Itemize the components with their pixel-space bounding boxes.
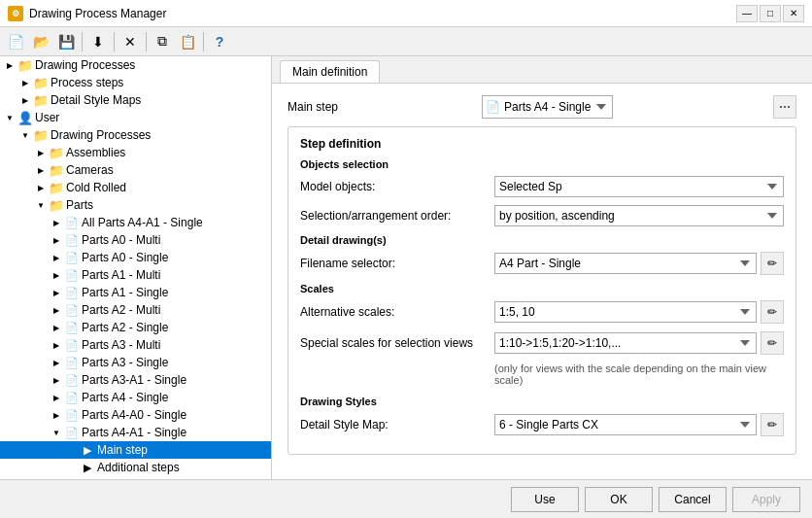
alternative-scales-control: 1:5, 10 ✏ — [494, 300, 784, 324]
ok-button[interactable]: OK — [585, 487, 653, 512]
expander-parts-a4-a1-single[interactable]: ▼ — [49, 425, 64, 440]
tree-item-parts-a2-single[interactable]: ▶ 📄 Parts A2 - Single — [0, 319, 271, 336]
main-step-browse-button[interactable]: ⋯ — [773, 95, 796, 119]
folder-icon: 📁 — [33, 127, 49, 143]
expander-parts-a3-multi[interactable]: ▶ — [49, 337, 64, 353]
tree-item-parts-a3-single[interactable]: ▶ 📄 Parts A3 - Single — [0, 354, 271, 371]
main-step-select-container: 📄 Parts A4 - Single — [482, 95, 769, 119]
expander-cameras[interactable]: ▶ — [33, 162, 49, 178]
app-icon: ⚙ — [8, 6, 23, 21]
tree-item-assemblies[interactable]: ▶ 📁 Assemblies — [0, 144, 271, 161]
model-objects-select[interactable]: Selected Sp — [494, 176, 784, 197]
use-button[interactable]: Use — [511, 487, 579, 512]
expander-parts-a4-a0-single[interactable]: ▶ — [49, 407, 64, 423]
filename-selector-label: Filename selector: — [300, 257, 494, 270]
cancel-button[interactable]: Cancel — [659, 487, 727, 512]
expander-parts-a1-multi[interactable]: ▶ — [49, 267, 64, 283]
tree-item-parts[interactable]: ▼ 📁 Parts — [0, 196, 271, 214]
drawing-styles-title: Drawing Styles — [300, 396, 784, 407]
tree-item-parts-a2-multi[interactable]: ▶ 📄 Parts A2 - Multi — [0, 301, 271, 319]
delete-button[interactable]: ✕ — [118, 30, 142, 53]
main-step-select-wrap: 📄 Parts A4 - Single ⋯ — [482, 95, 796, 119]
tree-item-parts-a0-single[interactable]: ▶ 📄 Parts A0 - Single — [0, 249, 271, 266]
filename-selector-row: Filename selector: A4 Part - Single ✏ — [300, 252, 784, 275]
tree-item-wraps[interactable]: ▶ 📁 Wraps — [0, 476, 271, 479]
tree-item-detail-style-maps-1[interactable]: ▶ 📁 Detail Style Maps — [0, 91, 271, 109]
expander-user[interactable]: ▼ — [2, 110, 17, 125]
tree-item-parts-a1-single[interactable]: ▶ 📄 Parts A1 - Single — [0, 284, 271, 301]
new-button[interactable]: 📄 — [4, 30, 27, 53]
main-step-select[interactable]: Parts A4 - Single — [482, 95, 613, 119]
import-button[interactable]: ⬇ — [86, 30, 110, 53]
tab-main-definition[interactable]: Main definition — [280, 60, 380, 83]
expander-drawing-processes-1[interactable]: ▶ — [2, 57, 17, 73]
close-button[interactable]: ✕ — [783, 5, 804, 22]
expander-parts-a0-multi[interactable]: ▶ — [49, 232, 64, 248]
tree-item-cameras[interactable]: ▶ 📁 Cameras — [0, 161, 271, 179]
tree-item-parts-a4-a1-single[interactable]: ▼ 📄 Parts A4-A1 - Single — [0, 424, 271, 441]
tree-item-drawing-processes-1[interactable]: ▶ 📁 Drawing Processes — [0, 56, 271, 74]
expander-parts[interactable]: ▼ — [33, 197, 49, 213]
special-scales-select[interactable]: 1:10->1:5,1:20->1:10,... — [494, 332, 757, 354]
copy-button[interactable]: ⧉ — [151, 30, 174, 53]
tree-item-parts-a4-single[interactable]: ▶ 📄 Parts A4 - Single — [0, 389, 271, 406]
expander-wraps[interactable]: ▶ — [33, 477, 49, 479]
folder-icon: 📁 — [49, 477, 64, 479]
expander-parts-a0-single[interactable]: ▶ — [49, 250, 64, 265]
alternative-scales-edit-button[interactable]: ✏ — [761, 300, 784, 324]
expander-detail-style-maps-1[interactable]: ▶ — [17, 92, 33, 108]
expander-all-parts[interactable]: ▶ — [49, 215, 64, 230]
detail-style-map-select[interactable]: 6 - Single Parts CX — [494, 414, 757, 435]
tree-item-parts-a1-multi[interactable]: ▶ 📄 Parts A1 - Multi — [0, 266, 271, 284]
tree-item-user[interactable]: ▼ 👤 User — [0, 109, 271, 126]
alternative-scales-row: Alternative scales: 1:5, 10 ✏ — [300, 300, 784, 324]
selection-order-control: by position, ascending — [494, 205, 784, 226]
doc-icon: 📄 — [64, 390, 80, 405]
doc-icon: 📄 — [64, 215, 80, 230]
paste-button[interactable]: 📋 — [176, 30, 199, 53]
help-button[interactable]: ? — [208, 30, 231, 53]
tree-item-process-steps-1[interactable]: ▶ 📁 Process steps — [0, 74, 271, 91]
tree-item-all-parts[interactable]: ▶ 📄 All Parts A4-A1 - Single — [0, 214, 271, 231]
toolbar-separator-2 — [114, 32, 115, 52]
detail-style-map-label: Detail Style Map: — [300, 418, 494, 432]
title-bar: ⚙ Drawing Process Manager — □ ✕ — [0, 0, 812, 27]
step-icon: ▶ — [80, 460, 95, 475]
expander-parts-a2-single[interactable]: ▶ — [49, 320, 64, 335]
open-button[interactable]: 📂 — [29, 30, 52, 53]
expander-parts-a3-single[interactable]: ▶ — [49, 355, 64, 370]
maximize-button[interactable]: □ — [760, 5, 781, 22]
main-step-label: Main step — [288, 100, 482, 114]
expander-parts-a3-a1-single[interactable]: ▶ — [49, 372, 64, 388]
special-scales-edit-button[interactable]: ✏ — [761, 331, 784, 355]
minimize-button[interactable]: — — [736, 5, 758, 22]
tree-item-parts-a0-multi[interactable]: ▶ 📄 Parts A0 - Multi — [0, 231, 271, 249]
tree-item-parts-a3-multi[interactable]: ▶ 📄 Parts A3 - Multi — [0, 336, 271, 354]
expander-drawing-processes-2[interactable]: ▼ — [17, 127, 33, 143]
expander-cold-rolled[interactable]: ▶ — [33, 180, 49, 195]
tree-item-drawing-processes-2[interactable]: ▼ 📁 Drawing Processes — [0, 126, 271, 144]
expander-parts-a4-single[interactable]: ▶ — [49, 390, 64, 405]
apply-button[interactable]: Apply — [732, 487, 800, 512]
filename-selector-select[interactable]: A4 Part - Single — [494, 253, 757, 274]
detail-style-map-edit-button[interactable]: ✏ — [761, 413, 784, 436]
tree-item-cold-rolled[interactable]: ▶ 📁 Cold Rolled — [0, 179, 271, 196]
tree-item-parts-a4-a0-single[interactable]: ▶ 📄 Parts A4-A0 - Single — [0, 406, 271, 424]
objects-selection-title: Objects selection — [300, 158, 784, 170]
filename-selector-edit-button[interactable]: ✏ — [761, 252, 784, 275]
tree-item-additional-steps[interactable]: ▶ Additional steps — [0, 459, 271, 476]
save-button[interactable]: 💾 — [54, 30, 78, 53]
expander-parts-a1-single[interactable]: ▶ — [49, 285, 64, 300]
expander-process-steps-1[interactable]: ▶ — [17, 75, 33, 90]
scales-title: Scales — [300, 283, 784, 294]
tree-item-main-step[interactable]: ▶ Main step — [0, 441, 271, 459]
alternative-scales-select[interactable]: 1:5, 10 — [494, 301, 757, 323]
folder-icon: 📁 — [49, 162, 64, 178]
selection-order-select[interactable]: by position, ascending — [494, 205, 784, 226]
filename-selector-control: A4 Part - Single ✏ — [494, 252, 784, 275]
expander-parts-a2-multi[interactable]: ▶ — [49, 302, 64, 318]
tree-panel: ▶ 📁 Drawing Processes ▶ 📁 Process steps … — [0, 56, 272, 479]
tree-item-parts-a3-a1-single[interactable]: ▶ 📄 Parts A3-A1 - Single — [0, 371, 271, 389]
special-scales-row: Special scales for selection views 1:10-… — [300, 331, 784, 355]
expander-assemblies[interactable]: ▶ — [33, 145, 49, 160]
